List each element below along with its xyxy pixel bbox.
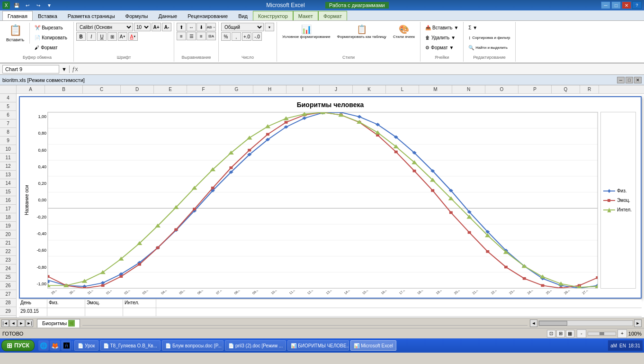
col-header-e[interactable]: E xyxy=(154,85,187,93)
col-header-p[interactable]: P xyxy=(519,85,552,93)
col-header-g[interactable]: G xyxy=(220,85,253,93)
col-header-k[interactable]: K xyxy=(353,85,386,93)
tab-layout[interactable]: Макет xyxy=(293,11,318,20)
taskbar-item-bioritmy[interactable]: 📊 БИОРИТМЫ ЧЕЛОВЕ... xyxy=(287,340,349,351)
format-as-table-btn[interactable]: 📋 Форматировать как таблицу xyxy=(334,23,389,40)
font-size-select[interactable]: 10 xyxy=(134,23,151,31)
row-header-14[interactable]: 14 xyxy=(0,179,17,188)
row-header-16[interactable]: 16 xyxy=(0,196,17,205)
font-increase-btn[interactable]: A+ xyxy=(152,23,161,31)
cell-b31[interactable]: Физ. xyxy=(47,300,85,308)
tab-home[interactable]: Главная xyxy=(2,11,33,20)
fill-color-btn[interactable]: A▼ xyxy=(118,32,127,41)
row-header-9[interactable]: 9 xyxy=(0,136,17,145)
taskbar-item-urok[interactable]: 📄 Урок xyxy=(74,340,98,351)
align-center-btn[interactable]: ☰ xyxy=(187,32,196,40)
tab-review[interactable]: Рецензирование xyxy=(182,11,233,20)
sheet-nav-next[interactable]: ► xyxy=(18,319,25,327)
autosum-btn[interactable]: Σ ▼ xyxy=(466,23,512,32)
tab-constructor[interactable]: Конструктор xyxy=(253,11,293,20)
normal-view-btn[interactable]: ⊡ xyxy=(547,330,555,337)
zoom-slider-track[interactable] xyxy=(588,332,616,336)
tab-view[interactable]: Вид xyxy=(233,11,253,20)
row-header-29[interactable]: 29 xyxy=(0,307,17,316)
row-header-26[interactable]: 26 xyxy=(0,282,17,290)
decrease-decimal-btn[interactable]: -.0 xyxy=(252,32,262,41)
number-format-select[interactable]: Общий xyxy=(221,23,264,31)
row-header-8[interactable]: 8 xyxy=(0,128,17,136)
font-name-select[interactable]: Calibri (Основн xyxy=(76,23,133,31)
taskbar-item-blum[interactable]: 📄 Блум вопросы.doc [Р... xyxy=(162,340,224,351)
col-header-f[interactable]: F xyxy=(187,85,220,93)
redo-quick-btn[interactable]: ↪ xyxy=(34,1,43,9)
percent-btn[interactable]: % xyxy=(221,32,231,41)
row-header-17[interactable]: 17 xyxy=(0,205,17,213)
row-header-19[interactable]: 19 xyxy=(0,222,17,230)
row-header-30[interactable]: 30 xyxy=(0,316,17,318)
underline-btn[interactable]: U xyxy=(97,32,107,41)
conditional-format-btn[interactable]: 📊 Условное форматирование xyxy=(279,23,333,40)
minimize-btn[interactable]: ─ xyxy=(601,1,610,9)
row-header-10[interactable]: 10 xyxy=(0,145,17,154)
font-color-btn[interactable]: A▼ xyxy=(128,32,138,41)
bold-btn[interactable]: B xyxy=(76,32,86,41)
col-header-i[interactable]: I xyxy=(286,85,320,93)
h-scrollbar-track[interactable] xyxy=(538,320,633,326)
col-header-q[interactable]: Q xyxy=(552,85,580,93)
col-header-n[interactable]: N xyxy=(452,85,485,93)
row-header-27[interactable]: 27 xyxy=(0,290,17,299)
align-bottom-btn[interactable]: ⬇ xyxy=(197,23,206,31)
row-header-12[interactable]: 12 xyxy=(0,162,17,171)
zoom-slider-thumb[interactable] xyxy=(599,332,604,335)
taskbar-item-t8[interactable]: 📄 Т8_Гуляева О.В_Кв... xyxy=(100,340,161,351)
zoom-out-btn[interactable]: - xyxy=(577,329,586,338)
start-button[interactable]: ⊞ ПУСК xyxy=(1,340,35,351)
cell-c31[interactable]: Эмоц. xyxy=(85,300,123,308)
workbook-maximize-btn[interactable]: □ xyxy=(626,77,633,83)
number-format-expand-btn[interactable]: ▼ xyxy=(265,23,274,31)
page-break-view-btn[interactable]: ▦ xyxy=(566,330,574,337)
h-scrollbar-thumb[interactable] xyxy=(539,321,567,326)
cut-btn[interactable]: ✂️ Вырезать xyxy=(32,23,70,32)
col-header-b[interactable]: B xyxy=(45,85,83,93)
align-right-btn[interactable]: ≡ xyxy=(197,32,206,40)
maximize-btn[interactable]: □ xyxy=(611,1,621,9)
col-header-o[interactable]: O xyxy=(485,85,519,93)
row-header-7[interactable]: 7 xyxy=(0,119,17,128)
customize-quick-btn[interactable]: ▼ xyxy=(45,1,54,9)
col-header-l[interactable]: L xyxy=(386,85,419,93)
col-header-m[interactable]: M xyxy=(419,85,452,93)
align-left-btn[interactable]: ≡ xyxy=(177,32,186,40)
paste-btn[interactable]: 📋 Вставить xyxy=(3,23,27,44)
cell-d32[interactable] xyxy=(123,308,156,316)
row-header-25[interactable]: 25 xyxy=(0,273,17,282)
row-header-21[interactable]: 21 xyxy=(0,239,17,247)
row-header-13[interactable]: 13 xyxy=(0,171,17,179)
tab-format[interactable]: Формат xyxy=(318,11,347,20)
row-header-24[interactable]: 24 xyxy=(0,264,17,273)
row-header-6[interactable]: 6 xyxy=(0,111,17,119)
quick-launch-fx[interactable]: 🦊 xyxy=(50,340,60,351)
name-box[interactable] xyxy=(2,65,59,73)
col-header-a[interactable]: A xyxy=(17,85,45,93)
workbook-close-btn[interactable]: ✕ xyxy=(634,77,642,83)
cell-b32[interactable] xyxy=(47,308,85,316)
zoom-in-btn[interactable]: + xyxy=(617,329,627,338)
align-middle-btn[interactable]: ↔ xyxy=(187,23,196,31)
tab-insert[interactable]: Вставка xyxy=(33,11,63,20)
sheet-nav-prev[interactable]: ◄ xyxy=(9,319,17,327)
row-header-18[interactable]: 18 xyxy=(0,213,17,222)
delete-cells-btn[interactable]: 🗑 Удалить ▼ xyxy=(423,33,461,42)
format-cells-btn[interactable]: ⚙ Формат ▼ xyxy=(423,43,461,52)
scroll-left-btn[interactable]: ◄ xyxy=(530,319,537,327)
workbook-minimize-btn[interactable]: ─ xyxy=(617,77,625,83)
col-header-r[interactable]: R xyxy=(580,85,599,93)
row-header-4[interactable]: 4 xyxy=(0,94,17,102)
sheet-tab-bioritmy[interactable]: Биоритмы 🌿 xyxy=(37,319,80,328)
cell-a32[interactable]: 29.03.15 xyxy=(19,308,47,316)
merge-btn[interactable]: ⊟A xyxy=(206,32,216,40)
copy-btn[interactable]: 📄 Копировать xyxy=(32,33,70,42)
sort-filter-btn[interactable]: ↕ Сортировка и фильтр xyxy=(466,33,512,42)
name-box-dropdown[interactable]: ▼ xyxy=(62,66,67,72)
quick-launch-a9[interactable]: 🅰 xyxy=(61,340,72,351)
